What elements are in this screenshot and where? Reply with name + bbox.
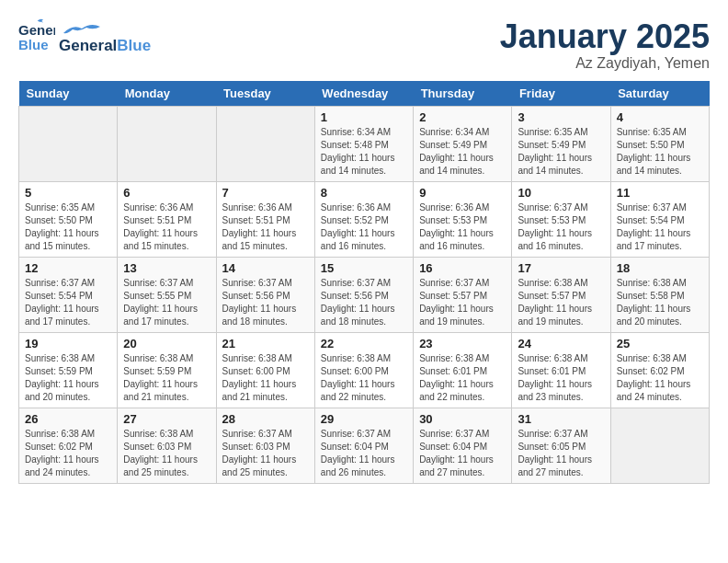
- day-info: Sunrise: 6:36 AMSunset: 5:52 PMDaylight:…: [321, 201, 407, 253]
- day-cell: 22Sunrise: 6:38 AMSunset: 6:00 PMDayligh…: [314, 332, 413, 408]
- weekday-header-sunday: Sunday: [19, 81, 118, 107]
- day-cell: 5Sunrise: 6:35 AMSunset: 5:50 PMDaylight…: [19, 181, 118, 257]
- day-cell: [216, 106, 314, 181]
- day-cell: 19Sunrise: 6:38 AMSunset: 5:59 PMDayligh…: [19, 332, 118, 408]
- week-row-5: 26Sunrise: 6:38 AMSunset: 6:02 PMDayligh…: [19, 408, 710, 483]
- day-cell: 20Sunrise: 6:38 AMSunset: 5:59 PMDayligh…: [118, 332, 216, 408]
- day-info: Sunrise: 6:37 AMSunset: 5:56 PMDaylight:…: [222, 277, 309, 328]
- day-cell: 11Sunrise: 6:37 AMSunset: 5:54 PMDayligh…: [610, 181, 709, 257]
- day-cell: 24Sunrise: 6:38 AMSunset: 6:01 PMDayligh…: [512, 332, 610, 408]
- day-info: Sunrise: 6:38 AMSunset: 6:01 PMDaylight:…: [419, 352, 506, 404]
- day-number: 24: [518, 337, 604, 350]
- week-row-2: 5Sunrise: 6:35 AMSunset: 5:50 PMDaylight…: [19, 181, 710, 257]
- day-info: Sunrise: 6:38 AMSunset: 6:03 PMDaylight:…: [123, 428, 210, 479]
- day-cell: 4Sunrise: 6:35 AMSunset: 5:50 PMDaylight…: [610, 106, 709, 181]
- day-cell: 28Sunrise: 6:37 AMSunset: 6:03 PMDayligh…: [216, 408, 314, 483]
- day-info: Sunrise: 6:38 AMSunset: 6:02 PMDaylight:…: [25, 428, 111, 479]
- calendar-table: SundayMondayTuesdayWednesdayThursdayFrid…: [18, 81, 710, 484]
- day-info: Sunrise: 6:37 AMSunset: 5:53 PMDaylight:…: [518, 201, 604, 253]
- day-info: Sunrise: 6:34 AMSunset: 5:48 PMDaylight:…: [321, 126, 407, 178]
- day-info: Sunrise: 6:38 AMSunset: 6:01 PMDaylight:…: [518, 352, 604, 404]
- day-number: 13: [123, 261, 210, 275]
- day-number: 20: [123, 337, 210, 350]
- day-cell: 3Sunrise: 6:35 AMSunset: 5:49 PMDaylight…: [512, 106, 610, 181]
- day-number: 23: [419, 337, 506, 350]
- weekday-header-saturday: Saturday: [610, 81, 709, 107]
- day-number: 10: [518, 186, 604, 200]
- weekday-header-monday: Monday: [118, 81, 216, 107]
- logo-icon: General Blue: [18, 18, 55, 55]
- day-cell: 12Sunrise: 6:37 AMSunset: 5:54 PMDayligh…: [19, 257, 118, 332]
- day-cell: 8Sunrise: 6:36 AMSunset: 5:52 PMDaylight…: [314, 181, 413, 257]
- day-number: 5: [25, 186, 111, 200]
- day-cell: 14Sunrise: 6:37 AMSunset: 5:56 PMDayligh…: [216, 257, 314, 332]
- day-cell: 2Sunrise: 6:34 AMSunset: 5:49 PMDaylight…: [414, 106, 512, 181]
- logo: General Blue General Blue: [18, 18, 151, 55]
- day-cell: 27Sunrise: 6:38 AMSunset: 6:03 PMDayligh…: [118, 408, 216, 483]
- day-cell: [118, 106, 216, 181]
- day-number: 29: [321, 412, 407, 426]
- day-number: 12: [25, 261, 111, 275]
- day-cell: 15Sunrise: 6:37 AMSunset: 5:56 PMDayligh…: [314, 257, 413, 332]
- weekday-header-friday: Friday: [512, 81, 610, 107]
- logo-bird-icon: [59, 19, 105, 38]
- day-cell: 10Sunrise: 6:37 AMSunset: 5:53 PMDayligh…: [512, 181, 610, 257]
- day-cell: 9Sunrise: 6:36 AMSunset: 5:53 PMDaylight…: [414, 181, 512, 257]
- day-info: Sunrise: 6:37 AMSunset: 5:54 PMDaylight:…: [25, 277, 111, 328]
- day-cell: 29Sunrise: 6:37 AMSunset: 6:04 PMDayligh…: [314, 408, 413, 483]
- day-info: Sunrise: 6:34 AMSunset: 5:49 PMDaylight:…: [419, 126, 506, 178]
- day-number: 17: [518, 261, 604, 275]
- weekday-header-wednesday: Wednesday: [314, 81, 413, 107]
- day-number: 22: [321, 337, 407, 350]
- day-cell: 23Sunrise: 6:38 AMSunset: 6:01 PMDayligh…: [414, 332, 512, 408]
- day-info: Sunrise: 6:35 AMSunset: 5:50 PMDaylight:…: [617, 126, 703, 178]
- day-cell: 6Sunrise: 6:36 AMSunset: 5:51 PMDaylight…: [118, 181, 216, 257]
- day-info: Sunrise: 6:37 AMSunset: 5:56 PMDaylight:…: [321, 277, 407, 328]
- page-header: General Blue General Blue January 2025 A…: [18, 18, 710, 72]
- day-cell: 7Sunrise: 6:36 AMSunset: 5:51 PMDaylight…: [216, 181, 314, 257]
- day-cell: 30Sunrise: 6:37 AMSunset: 6:04 PMDayligh…: [414, 408, 512, 483]
- day-info: Sunrise: 6:37 AMSunset: 6:04 PMDaylight:…: [419, 428, 506, 479]
- weekday-header-tuesday: Tuesday: [216, 81, 314, 107]
- day-cell: 18Sunrise: 6:38 AMSunset: 5:58 PMDayligh…: [610, 257, 709, 332]
- weekday-header-thursday: Thursday: [414, 81, 512, 107]
- day-number: 21: [222, 337, 309, 350]
- day-info: Sunrise: 6:37 AMSunset: 5:54 PMDaylight:…: [617, 201, 703, 253]
- day-info: Sunrise: 6:37 AMSunset: 6:04 PMDaylight:…: [321, 428, 407, 479]
- day-info: Sunrise: 6:38 AMSunset: 5:59 PMDaylight:…: [123, 352, 210, 404]
- week-row-1: 1Sunrise: 6:34 AMSunset: 5:48 PMDaylight…: [19, 106, 710, 181]
- day-number: 28: [222, 412, 309, 426]
- day-info: Sunrise: 6:38 AMSunset: 5:57 PMDaylight:…: [518, 277, 604, 328]
- day-info: Sunrise: 6:38 AMSunset: 5:58 PMDaylight:…: [617, 277, 703, 328]
- calendar-subtitle: Az Zaydiyah, Yemen: [500, 55, 710, 72]
- day-number: 30: [419, 412, 506, 426]
- day-number: 25: [617, 337, 703, 350]
- svg-text:General: General: [18, 22, 55, 38]
- day-info: Sunrise: 6:37 AMSunset: 5:57 PMDaylight:…: [419, 277, 506, 328]
- day-number: 14: [222, 261, 309, 275]
- day-cell: 31Sunrise: 6:37 AMSunset: 6:05 PMDayligh…: [512, 408, 610, 483]
- day-info: Sunrise: 6:36 AMSunset: 5:53 PMDaylight:…: [419, 201, 506, 253]
- day-cell: 16Sunrise: 6:37 AMSunset: 5:57 PMDayligh…: [414, 257, 512, 332]
- day-number: 18: [617, 261, 703, 275]
- svg-text:Blue: Blue: [18, 37, 49, 52]
- day-info: Sunrise: 6:38 AMSunset: 6:00 PMDaylight:…: [321, 352, 407, 404]
- day-number: 16: [419, 261, 506, 275]
- logo-general: General: [59, 38, 117, 55]
- day-cell: 13Sunrise: 6:37 AMSunset: 5:55 PMDayligh…: [118, 257, 216, 332]
- day-cell: 25Sunrise: 6:38 AMSunset: 6:02 PMDayligh…: [610, 332, 709, 408]
- day-number: 31: [518, 412, 604, 426]
- day-number: 2: [419, 110, 506, 124]
- day-number: 15: [321, 261, 407, 275]
- day-number: 11: [617, 186, 703, 200]
- day-number: 1: [321, 110, 407, 124]
- day-cell: 1Sunrise: 6:34 AMSunset: 5:48 PMDaylight…: [314, 106, 413, 181]
- day-info: Sunrise: 6:37 AMSunset: 6:05 PMDaylight:…: [518, 428, 604, 479]
- calendar-title: January 2025: [500, 18, 710, 55]
- week-row-3: 12Sunrise: 6:37 AMSunset: 5:54 PMDayligh…: [19, 257, 710, 332]
- day-cell: [19, 106, 118, 181]
- day-cell: 17Sunrise: 6:38 AMSunset: 5:57 PMDayligh…: [512, 257, 610, 332]
- day-info: Sunrise: 6:35 AMSunset: 5:50 PMDaylight:…: [25, 201, 111, 253]
- day-number: 8: [321, 186, 407, 200]
- day-number: 19: [25, 337, 111, 350]
